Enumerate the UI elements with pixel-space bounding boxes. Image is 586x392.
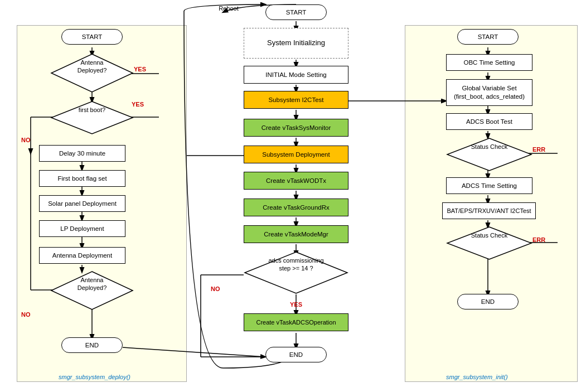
- node-ant-deployed2: AntennaDeployed?: [50, 270, 134, 311]
- diagram-container: START Reboot System Initializing INITIAL…: [0, 0, 586, 392]
- node-end-left: END: [61, 337, 123, 353]
- node-create-sysmon: Create vTaskSysMonitor: [244, 119, 348, 137]
- panel-left-label: smgr_subsystem_deploy(): [59, 374, 130, 380]
- node-right-start: START: [457, 29, 519, 45]
- node-ant-deployed1: AntennaDeployed?: [50, 53, 134, 93]
- node-subsys-i2c: Subsystem I2CTest: [244, 91, 348, 109]
- node-status-check2: Status Check: [446, 226, 532, 260]
- panel-right-label: smgr_subsystem_init(): [446, 374, 508, 380]
- edge-label-no3: NO: [211, 285, 220, 292]
- edge-label-yes1: YES: [134, 66, 146, 72]
- node-ant-deploy-action: Antenna Deployment: [39, 247, 125, 264]
- node-end-right: END: [457, 294, 519, 309]
- edge-label-yes-ant1: YES: [132, 101, 144, 108]
- node-end-center: END: [265, 347, 327, 362]
- node-create-modemgr: Create vTaskModeMgr: [244, 225, 348, 243]
- node-global-var: Global Variable Set (first_boot, adcs_re…: [446, 79, 532, 106]
- node-first-boot-flag: First boot flag set: [39, 170, 125, 187]
- node-solar-deploy: Solar panel Deployment: [39, 195, 125, 212]
- node-adcs-time: ADCS Time Setting: [446, 177, 532, 194]
- edge-label-err2: ERR: [532, 236, 545, 243]
- node-subsys-deploy: Subsystem Deployment: [244, 146, 348, 163]
- node-create-groundrx: Create vTaskGroundRx: [244, 199, 348, 216]
- node-left-start: START: [61, 29, 123, 45]
- edge-label-no1: NO: [21, 137, 31, 143]
- edge-label-no2: NO: [21, 311, 31, 318]
- edge-label-err1: ERR: [532, 146, 545, 153]
- reboot-label: Reboot: [206, 3, 251, 14]
- node-lp-deploy: LP Deployment: [39, 220, 125, 237]
- node-bat-eps: BAT/EPS/TRXUV/ANT I2CTest: [442, 202, 536, 219]
- node-create-adcs: Create vTaskADCSOperation: [244, 313, 348, 331]
- node-first-boot: first boot?: [50, 100, 134, 135]
- edge-label-yes3: YES: [290, 301, 302, 308]
- node-sys-init: System Initializing: [244, 28, 348, 59]
- node-obc-time: OBC Time Setting: [446, 54, 532, 71]
- node-start-top: START: [265, 4, 327, 20]
- node-status-check1: Status Check: [446, 137, 532, 172]
- node-adcs-boot: ADCS Boot Test: [446, 113, 532, 130]
- node-adcs-diamond: adcs commissioningstep >= 14 ?: [244, 251, 348, 294]
- node-initial-mode: INITIAL Mode Setting: [244, 66, 348, 84]
- node-delay30: Delay 30 minute: [39, 145, 125, 162]
- node-create-wodtx: Create vTaskWODTx: [244, 172, 348, 190]
